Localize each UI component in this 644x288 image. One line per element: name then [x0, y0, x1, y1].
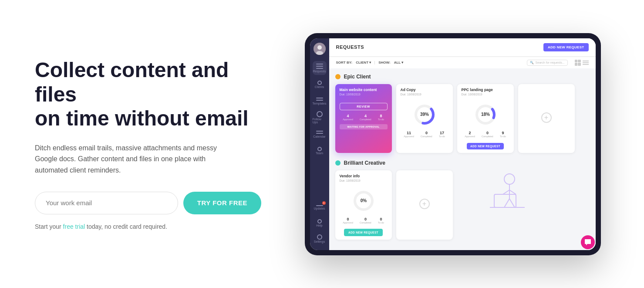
- svg-point-1: [317, 45, 322, 50]
- cta-row: TRY FOR FREE: [35, 192, 261, 214]
- card-due-vendor: Due: 10/06/2019: [340, 179, 388, 182]
- svg-point-14: [504, 174, 515, 184]
- svg-line-18: [504, 199, 509, 207]
- client-name-brilliant: Brilliant Creative: [344, 160, 385, 166]
- stats-row-vendor: 0 Approved 0 Completed: [340, 215, 388, 226]
- stat-completed-vendor: 0 Completed: [360, 217, 371, 224]
- illustration-svg: [457, 170, 527, 214]
- headline-line2: on time without email: [35, 107, 249, 130]
- filters-bar: SORT BY: CLIENT ▾ SHOW: ALL ▾ 🔍 Search f…: [329, 57, 596, 68]
- client-header-epic: Epic Client: [335, 74, 590, 80]
- stats-row-ppc: 2 Approved 0 Completed: [462, 129, 509, 139]
- brilliant-cards-row: Vendor info Due: 10/06/2019 0%: [335, 170, 590, 240]
- sidebar-item-team[interactable]: Team: [313, 144, 327, 158]
- app-topbar: REQUESTS ADD NEW REQUEST: [329, 38, 596, 57]
- chat-bubble[interactable]: [581, 235, 595, 249]
- add-plus-icon: +: [541, 112, 552, 123]
- search-box[interactable]: 🔍 Search for requests...: [527, 60, 568, 66]
- stat-completed-ad-copy: 0 Completed: [421, 131, 432, 138]
- app-content: Epic Client Main website content Due: 10…: [329, 68, 596, 250]
- card-title-ppc: PPC landing page: [462, 88, 509, 92]
- donut-vendor: 0%: [340, 189, 388, 213]
- stats-row-ad-copy: 11 Approved 0 Completed: [401, 129, 448, 139]
- illustration-card: [457, 170, 536, 218]
- svg-rect-3: [583, 61, 589, 61]
- app-mockup: Requests Clients Templates Follow Ups: [287, 33, 618, 255]
- card-title-main-website: Main website content: [340, 88, 388, 92]
- card-due-main-website: Due: 10/06/2019: [340, 93, 388, 96]
- stat-todo-vendor: 0 To-do: [378, 217, 384, 224]
- sort-value: CLIENT ▾: [356, 61, 371, 64]
- free-trial-link[interactable]: free trial: [63, 223, 85, 230]
- add-new-card-brilliant[interactable]: +: [396, 170, 453, 240]
- svg-text:18%: 18%: [481, 112, 489, 116]
- client-header-brilliant: Brilliant Creative: [335, 160, 590, 166]
- headline: Collect content and files on time withou…: [35, 58, 261, 130]
- stat-completed-featured: 4 Completed: [360, 114, 371, 121]
- sidebar-item-templates[interactable]: Templates: [313, 94, 327, 108]
- client-name-epic: Epic Client: [344, 74, 371, 80]
- card-title-vendor: Vendor info: [340, 174, 388, 178]
- add-new-vendor-button[interactable]: ADD NEW REQUEST: [344, 229, 383, 236]
- show-value: ALL ▾: [394, 61, 404, 64]
- client-section-epic: Epic Client Main website content Due: 10…: [335, 74, 590, 153]
- card-main-website: Main website content Due: 10/06/2019 REV…: [335, 84, 392, 153]
- add-new-ppc-button[interactable]: ADD NEW REQUEST: [467, 143, 504, 149]
- search-icon: 🔍: [530, 61, 534, 64]
- app-sidebar: Requests Clients Templates Follow Ups: [310, 38, 329, 250]
- sidebar-item-help[interactable]: Help: [313, 216, 327, 230]
- sidebar-item-settings[interactable]: Settings: [313, 232, 327, 246]
- svg-rect-5: [583, 64, 589, 65]
- list-view-icon[interactable]: [583, 60, 589, 66]
- client-section-brilliant: Brilliant Creative Vendor info Due: 10/0…: [335, 160, 590, 240]
- client-dot-brilliant: [335, 160, 341, 166]
- card-due-ppc: Due: 10/06/2019: [462, 93, 509, 96]
- donut-ppc: 18%: [462, 103, 509, 126]
- sort-label: SORT BY:: [336, 61, 353, 64]
- app-main: REQUESTS ADD NEW REQUEST SORT BY: CLIENT…: [329, 38, 596, 250]
- stat-todo-ppc: 9 To-do: [500, 131, 506, 138]
- try-free-button[interactable]: TRY FOR FREE: [183, 192, 261, 214]
- donut-ad-copy: 39%: [401, 103, 448, 126]
- svg-text:0%: 0%: [360, 198, 367, 203]
- review-button[interactable]: REVIEW: [340, 103, 388, 110]
- email-input[interactable]: [35, 192, 178, 214]
- sidebar-item-followups[interactable]: Follow Ups: [313, 111, 327, 125]
- sidebar-item-updates[interactable]: 3 Updates: [313, 200, 327, 214]
- add-new-card-epic[interactable]: +: [518, 84, 575, 153]
- fine-print-after: today, no credit card required.: [85, 223, 167, 230]
- sidebar-item-calendar[interactable]: Calendar: [313, 127, 327, 141]
- card-ad-copy: Ad Copy Due: 10/06/2019: [396, 84, 453, 153]
- user-avatar: [314, 43, 326, 55]
- svg-line-16: [503, 190, 509, 194]
- search-placeholder: Search for requests...: [536, 61, 565, 64]
- svg-line-17: [509, 190, 516, 194]
- client-dot-epic: [335, 74, 341, 79]
- tablet-frame: Requests Clients Templates Follow Ups: [305, 33, 601, 255]
- add-plus-icon-brilliant: +: [419, 199, 430, 209]
- sidebar-item-clients[interactable]: Clients: [313, 78, 327, 91]
- grid-view-icon[interactable]: [575, 60, 581, 66]
- notification-badge: 3: [322, 201, 326, 205]
- add-new-request-topbar-button[interactable]: ADD NEW REQUEST: [543, 43, 589, 51]
- card-title-ad-copy: Ad Copy: [401, 88, 448, 92]
- stat-todo-ad-copy: 17 To-do: [439, 131, 445, 138]
- stat-completed-ppc: 0 Completed: [482, 131, 493, 138]
- svg-rect-4: [583, 62, 589, 63]
- chat-icon: [584, 239, 591, 246]
- epic-cards-row: Main website content Due: 10/06/2019 REV…: [335, 84, 590, 153]
- fine-print-before: Start your: [35, 223, 63, 230]
- card-vendor-info: Vendor info Due: 10/06/2019 0%: [335, 170, 392, 240]
- svg-text:39%: 39%: [420, 112, 428, 116]
- stat-approved-featured: 4 Approved: [343, 114, 353, 121]
- headline-line1: Collect content and files: [35, 58, 229, 105]
- card-due-ad-copy: Due: 10/06/2019: [401, 93, 448, 96]
- stat-approved-ppc: 2 Approved: [465, 131, 475, 138]
- sidebar-item-requests[interactable]: Requests: [313, 61, 327, 75]
- stat-todo-featured: 8 To-do: [378, 114, 384, 121]
- svg-line-19: [509, 199, 515, 207]
- waiting-badge: WAITING FOR APPROVAL: [340, 124, 388, 129]
- stat-approved-vendor: 0 Approved: [343, 217, 353, 224]
- stats-row-featured: 4 Approved 4 Completed: [340, 112, 388, 122]
- show-label: SHOW:: [378, 61, 390, 64]
